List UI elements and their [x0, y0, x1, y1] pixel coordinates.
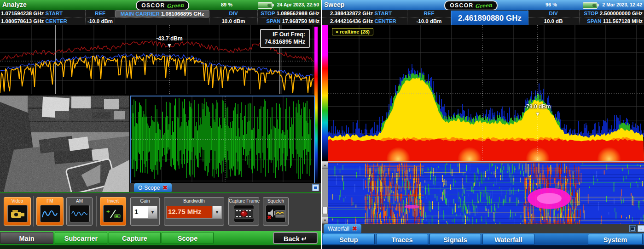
panel-title: Sweep [324, 1, 344, 8]
tab-waterfall[interactable]: Waterfall ✖ [324, 224, 361, 233]
rf-spectrum-display[interactable]: -43.7 dBm ▼ IF Out Freq: 74.816895 MHz [0, 25, 314, 94]
oscor-logo-green: Green [166, 2, 184, 9]
video-button-label: Video [4, 198, 30, 204]
am-button[interactable]: AM [66, 197, 93, 226]
menu-system[interactable]: System [588, 234, 643, 245]
analyze-panel: Analyze OSCOR Green 89 % 24 Apr 2023, 22… [0, 0, 321, 249]
waterfall-display[interactable] [328, 162, 644, 224]
waterfall-plot [328, 162, 644, 224]
svg-text:+: + [106, 208, 110, 215]
marker-arrow-icon: ▼ [167, 42, 172, 49]
realtime-badge: » realtime (28) [332, 28, 373, 35]
bottom-strip [0, 245, 321, 249]
svg-text:✖: ✖ [267, 215, 271, 220]
video-feed[interactable] [0, 96, 129, 192]
amplitude-colorbar [322, 25, 328, 161]
div-value: 10.0 dBm [209, 18, 258, 25]
squelch-button[interactable]: Squelch ✖ [263, 197, 289, 226]
oscilloscope-display[interactable] [130, 96, 315, 185]
window-icon[interactable] [312, 184, 319, 191]
capture-frame-label: Capture Frame [229, 198, 259, 204]
span-value: SPAN 17.968750 MHz [258, 18, 321, 25]
if-out-label: IF Out Freq: [265, 31, 305, 39]
oscilloscope-plot [131, 96, 312, 182]
battery-icon [583, 2, 598, 9]
frequency-infobar: 2.388432872 GHz START REF DIV STOP 2.500… [322, 10, 644, 25]
chevron-down-icon[interactable]: ▼ [148, 206, 157, 219]
scope-tabbar: O-Scope ✖ [130, 183, 321, 192]
download-arrow-icon[interactable]: ↓ [638, 225, 644, 232]
window-icon[interactable] [629, 225, 636, 232]
panel-title: Analyze [2, 1, 27, 8]
bottom-strip [322, 245, 644, 249]
menu-main[interactable]: Main [0, 232, 53, 244]
capture-frame-button[interactable]: Capture Frame [228, 197, 259, 226]
close-icon[interactable]: ✖ [352, 226, 357, 232]
gain-dropdown[interactable]: 1 ▼ [133, 206, 157, 219]
am-wave-icon [70, 205, 90, 222]
span-value: SPAN 111.567128 MHz [580, 18, 644, 25]
squelch-label: Squelch [263, 198, 288, 204]
oscor-logo: OSCOR Green [136, 0, 189, 11]
bandwidth-label: Bandwidth [164, 198, 224, 204]
menu-setup[interactable]: Setup [323, 234, 375, 245]
stop-frequency: STOP 1.089562988 GHz [258, 10, 321, 17]
tab-o-scope[interactable]: O-Scope ✖ [134, 183, 172, 192]
battery-percent: 89 % [221, 2, 232, 7]
div-value: 10.0 dB [528, 18, 580, 25]
menu-capture[interactable]: Capture [109, 232, 161, 244]
gain-label: Gain [131, 198, 159, 204]
invert-button-label: Invert [100, 198, 126, 204]
fm-button-label: FM [37, 198, 63, 204]
ref-value: -10.0 dBm [86, 18, 115, 25]
start-frequency: 2.388432872 GHz START [329, 10, 407, 17]
bandwidth-dropdown[interactable]: 12.75 MHz ▼ [166, 206, 222, 219]
analyze-titlebar: Analyze OSCOR Green 89 % 24 Apr 2023, 22… [0, 0, 321, 10]
am-button-label: AM [67, 198, 92, 204]
spectrum-plot [328, 25, 644, 161]
waterfall-tabbar: Waterfall ✖ ↓ [322, 224, 644, 233]
sweep-menubar: Setup Traces Signals Waterfall System [322, 233, 644, 245]
scroll-up-button[interactable]: ▲ [322, 162, 328, 169]
menu-scope[interactable]: Scope [162, 232, 214, 244]
scrollbar-thumb[interactable] [322, 207, 328, 214]
close-icon[interactable]: ✖ [162, 185, 168, 191]
video-button[interactable]: Video [4, 197, 31, 226]
waterfall-scrollbar[interactable]: ▲ ▼ [322, 162, 328, 224]
menu-traces[interactable]: Traces [376, 234, 428, 245]
stop-frequency: STOP 2.500000000 GHz [580, 10, 644, 17]
fm-button[interactable]: FM [36, 197, 64, 226]
oscor-logo: OSCOR Green [444, 0, 498, 11]
carrier-row2-empty [115, 18, 209, 25]
camera-icon [7, 205, 28, 222]
invert-button[interactable]: Invert + [100, 197, 126, 226]
sweep-panel: Sweep OSCOR Green 96 % 2 Mar 2023, 12:42… [322, 0, 644, 249]
demod-controls: Video FM AM Invert + [0, 193, 321, 232]
frequency-infobar: 1.071594238 GHz START REF MAIN CARRIER 1… [0, 10, 321, 25]
back-button[interactable]: Back ↵ [273, 232, 318, 244]
oscor-logo-text: OSCOR [141, 2, 165, 9]
battery-icon [258, 2, 273, 9]
bandwidth-control: Bandwidth 12.75 MHz ▼ [164, 197, 224, 226]
marker-arrow-icon: ▼ [535, 111, 540, 117]
capture-frame-icon [234, 205, 254, 222]
center-frequency: 2.444216436 GHz CENTER [329, 18, 407, 25]
datetime: 2 Mar 2023, 12:42 [603, 2, 642, 7]
menu-waterfall[interactable]: Waterfall [482, 234, 534, 245]
return-arrow-icon: ↵ [302, 235, 307, 243]
center-frequency: 1.080578613 GHz CENTER [0, 18, 86, 25]
if-out-freq-box: IF Out Freq: 74.816895 MHz [260, 29, 310, 48]
ref-value: -10.0 dBm [407, 18, 451, 25]
realtime-spectrum-display[interactable]: » realtime (28) -79.0 dBm ▼ [328, 25, 644, 161]
gain-control: Gain 1 ▼ [130, 197, 160, 226]
video-feed-image [0, 96, 129, 192]
marker-readout: -43.7 dBm [144, 35, 195, 42]
scroll-down-button[interactable]: ▼ [322, 217, 328, 224]
menu-subcarrier[interactable]: Subcarrier [55, 232, 107, 244]
chevron-down-icon[interactable]: ▼ [213, 206, 222, 219]
start-frequency: 1.071594238 GHz START [0, 10, 86, 17]
menu-signals[interactable]: Signals [429, 234, 481, 245]
div-label: DIV [209, 10, 258, 17]
invert-icon: + [103, 205, 123, 222]
ref-label: REF [407, 10, 451, 17]
